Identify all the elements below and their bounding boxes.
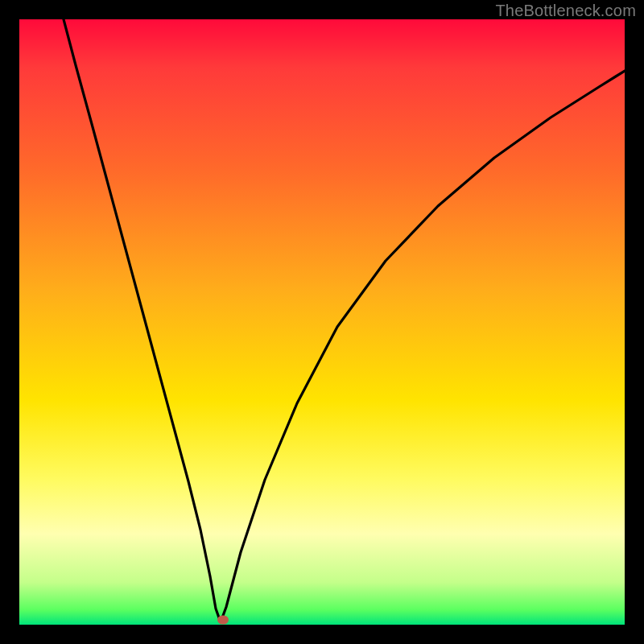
attribution-text: TheBottleneck.com xyxy=(495,2,636,20)
outer-frame: TheBottleneck.com xyxy=(0,0,644,644)
optimum-marker xyxy=(217,616,229,625)
bottleneck-curve xyxy=(19,19,625,625)
plot-area xyxy=(19,19,625,625)
